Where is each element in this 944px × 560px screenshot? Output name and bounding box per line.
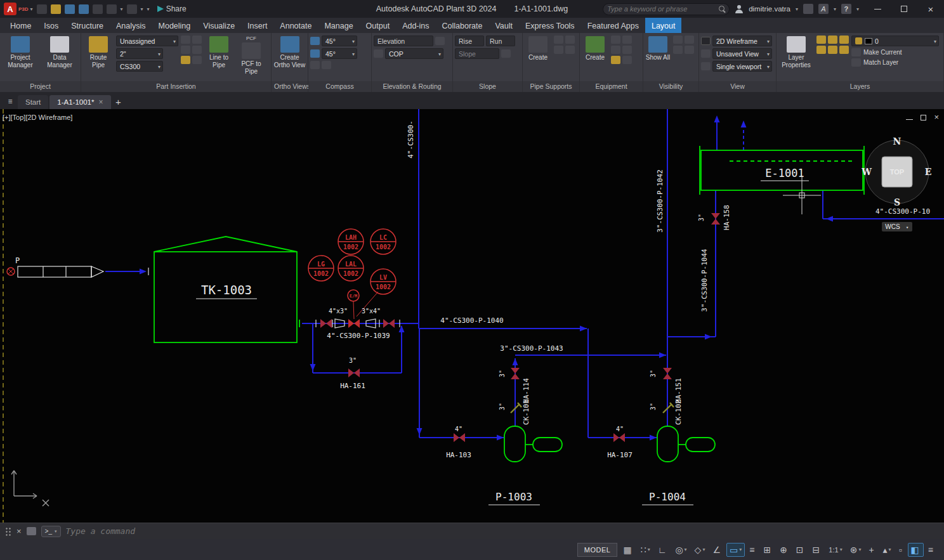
- unisolate-icon[interactable]: [685, 46, 694, 54]
- create-pipe-support-button[interactable]: Create: [525, 36, 551, 62]
- instrument-bubbles[interactable]: LAH 1002 LC 1002 LG 1002 LAL 1002 LV: [308, 229, 396, 319]
- attach-support-icon[interactable]: [554, 36, 563, 44]
- isolate-icon[interactable]: [673, 46, 683, 54]
- workspace-switching-icon[interactable]: ⊛▾: [847, 543, 865, 557]
- detach-equipment-icon[interactable]: [622, 46, 632, 54]
- slope-run-field[interactable]: Run: [486, 36, 515, 46]
- polar-tracking-icon[interactable]: ◎▾: [672, 543, 690, 557]
- quick-access-customize-icon[interactable]: ▾: [147, 6, 150, 12]
- detach-support-icon[interactable]: [565, 36, 575, 44]
- graphics-performance-icon[interactable]: ◧: [908, 543, 924, 557]
- add-elbow-icon[interactable]: [181, 46, 190, 54]
- compass-snap-angle-dropdown[interactable]: 45°: [322, 36, 357, 46]
- compass-increment-dropdown[interactable]: 45°: [322, 48, 357, 59]
- convert-equipment-icon[interactable]: [622, 36, 632, 44]
- show-all-button[interactable]: Show All: [645, 36, 671, 62]
- maximize-button[interactable]: [891, 0, 917, 18]
- snap-mode-icon[interactable]: ∷▾: [638, 543, 653, 557]
- dynamic-ucs-icon[interactable]: ⊕: [777, 543, 792, 557]
- slope-rise-field[interactable]: Rise: [455, 36, 484, 46]
- create-equipment-button[interactable]: Create: [582, 36, 608, 62]
- pipe-assignment-dropdown[interactable]: Unassigned: [116, 36, 178, 46]
- viewport-controls[interactable]: [+][Top][2D Wireframe]: [3, 114, 72, 121]
- attach-equipment-icon[interactable]: [611, 46, 620, 54]
- application-menu-button[interactable]: A P3D ▾: [4, 3, 33, 15]
- pcf-to-pipe-button[interactable]: PCF PCF to Pipe: [236, 36, 266, 75]
- viewport-minimize-icon[interactable]: [906, 115, 913, 120]
- layer-on-icon[interactable]: [828, 46, 837, 54]
- help-search-box[interactable]: [603, 3, 730, 15]
- tab-structure[interactable]: Structure: [65, 18, 110, 33]
- grid-display-icon[interactable]: ▦: [620, 543, 636, 557]
- lock-ui-icon[interactable]: ⊟: [810, 543, 825, 557]
- visual-style-dropdown[interactable]: 2D Wireframe: [712, 36, 772, 46]
- tab-addins[interactable]: Add-ins: [396, 18, 435, 33]
- layer-properties-button[interactable]: Layer Properties: [778, 36, 814, 68]
- ortho-mode-icon[interactable]: ∟: [655, 543, 671, 557]
- help-chevron-icon[interactable]: ▾: [856, 6, 859, 12]
- make-current-button[interactable]: Make Current: [851, 48, 939, 56]
- new-drawing-tab-button[interactable]: [112, 95, 125, 108]
- equipment-settings-icon[interactable]: [622, 56, 632, 64]
- route-pipe-button[interactable]: Route Pipe: [83, 36, 114, 68]
- compass-display-icon[interactable]: [322, 61, 331, 69]
- object-snap-tracking-icon[interactable]: ∠: [709, 543, 725, 557]
- join-pipe-icon[interactable]: [192, 36, 202, 44]
- app-sync-icon[interactable]: [803, 4, 813, 14]
- compass-tick-icon[interactable]: [310, 49, 320, 58]
- viewport-restore-icon[interactable]: [921, 115, 926, 120]
- elevation-field[interactable]: Elevation: [374, 36, 433, 46]
- drawing-area[interactable]: [+][Top][2D Wireframe]: [0, 109, 944, 523]
- tab-express-tools[interactable]: Express Tools: [519, 18, 581, 33]
- equipment-library-icon[interactable]: [611, 56, 620, 64]
- home-elevation-icon[interactable]: [435, 37, 445, 45]
- tab-annotate[interactable]: Annotate: [273, 18, 318, 33]
- line-to-pipe-button[interactable]: Line to Pipe: [204, 36, 233, 68]
- layer-dropdown[interactable]: 0: [851, 36, 939, 46]
- customization-icon[interactable]: ≡: [925, 543, 938, 557]
- named-view-dropdown[interactable]: Unsaved View: [712, 48, 772, 59]
- file-tab-start[interactable]: Start: [18, 95, 48, 109]
- tab-collaborate[interactable]: Collaborate: [436, 18, 489, 33]
- support-settings-icon[interactable]: [565, 46, 575, 54]
- layer-lock-icon[interactable]: [816, 46, 826, 54]
- tab-manage[interactable]: Manage: [318, 18, 359, 33]
- new-file-icon[interactable]: [37, 4, 47, 14]
- tab-visualize[interactable]: Visualize: [197, 18, 241, 33]
- command-line-wrench-icon[interactable]: [27, 527, 36, 535]
- dynamic-input-icon[interactable]: ⊡: [793, 543, 808, 557]
- cop-bop-dropdown[interactable]: COP: [385, 48, 443, 59]
- account-chevron-icon[interactable]: ▾: [834, 6, 836, 12]
- wcs-menu[interactable]: WCS ▾: [882, 222, 912, 231]
- save-all-icon[interactable]: [79, 4, 89, 14]
- share-button[interactable]: Share: [157, 4, 187, 13]
- modify-equipment-icon[interactable]: [611, 36, 620, 44]
- plot-icon[interactable]: [93, 4, 103, 14]
- selection-cycling-icon[interactable]: ⊞: [760, 543, 775, 557]
- tab-featured-apps[interactable]: Featured Apps: [581, 18, 645, 33]
- search-input[interactable]: [607, 5, 719, 13]
- command-input[interactable]: [66, 526, 939, 536]
- undo-chevron-icon[interactable]: ▾: [121, 6, 123, 12]
- routing-reference-icon[interactable]: [374, 49, 383, 58]
- cut-pipe-icon[interactable]: [181, 36, 190, 44]
- project-manager-button[interactable]: Project Manager: [2, 36, 39, 68]
- tab-output[interactable]: Output: [360, 18, 397, 33]
- tab-home[interactable]: Home: [4, 18, 37, 33]
- tab-layout[interactable]: Layout: [645, 18, 682, 33]
- tab-analysis[interactable]: Analysis: [110, 18, 152, 33]
- file-tabs-menu-icon[interactable]: [4, 96, 16, 107]
- quick-properties-icon[interactable]: ▫: [896, 543, 907, 557]
- pipe-bend-icon[interactable]: [181, 56, 190, 64]
- tab-isos[interactable]: Isos: [37, 18, 65, 33]
- hide-selected-icon[interactable]: [673, 36, 683, 44]
- command-line-grip[interactable]: [5, 527, 11, 536]
- command-line-close-icon[interactable]: [16, 526, 22, 536]
- open-folder-icon[interactable]: [51, 4, 61, 14]
- user-chevron-icon[interactable]: ▾: [796, 6, 798, 12]
- units-icon[interactable]: ▴▾: [880, 543, 895, 557]
- slope-value-field[interactable]: Slope: [455, 48, 499, 59]
- compass-toggle-icon[interactable]: [310, 37, 320, 45]
- signed-in-user[interactable]: dimitrie.vatra: [749, 5, 790, 13]
- model-space-button[interactable]: MODEL: [577, 543, 618, 557]
